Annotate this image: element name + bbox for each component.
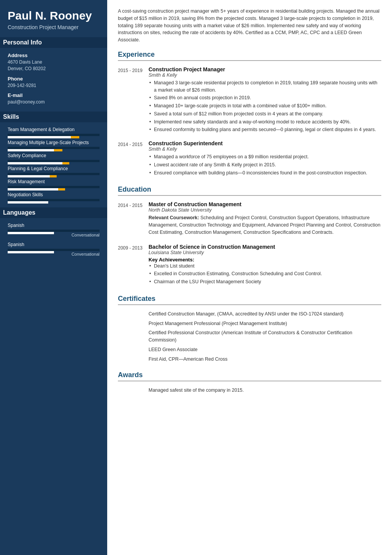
education-degree: Bachelor of Science in Construction Mana… bbox=[149, 244, 381, 250]
sidebar: Paul N. Rooney Construction Project Mana… bbox=[0, 0, 107, 555]
skill-bar-fill bbox=[8, 201, 48, 204]
education-section: Education 2014 - 2015Master of Construct… bbox=[118, 186, 381, 286]
certificate-item: First Aid, CPR—American Red Cross bbox=[149, 356, 381, 363]
language-bar-fill bbox=[8, 251, 54, 253]
language-bar-bg bbox=[8, 230, 100, 232]
skills-section-title: Skills bbox=[0, 112, 107, 122]
experience-row: 2015 - 2019Construction Project ManagerS… bbox=[118, 66, 381, 134]
address-label: Address bbox=[8, 53, 100, 58]
skill-name: Managing Multiple Large-Scale Projects bbox=[8, 140, 100, 145]
skill-bar-bg bbox=[8, 173, 100, 175]
skill-name: Safety Compliance bbox=[8, 153, 100, 158]
experience-section: Experience 2015 - 2019Construction Proje… bbox=[118, 51, 381, 177]
language-bar-fill bbox=[8, 232, 54, 234]
skill-item: Planning & Legal Compliance bbox=[8, 166, 100, 175]
education-bullet: Excelled in Construction Estimating, Con… bbox=[149, 270, 381, 278]
skill-bar-fill bbox=[8, 149, 54, 151]
certificate-item: Certified Professional Constructor (Amer… bbox=[149, 329, 381, 344]
sidebar-name: Paul N. Rooney bbox=[8, 9, 100, 22]
certificate-item: Project Management Professional (Project… bbox=[149, 320, 381, 327]
skill-bar-bg bbox=[8, 186, 100, 188]
experience-bullet: Saved a total sum of $12 million from pr… bbox=[149, 110, 381, 118]
language-item: SpanishConversational bbox=[8, 223, 100, 237]
skill-item: Managing Multiple Large-Scale Projects bbox=[8, 140, 100, 149]
education-detail: Bachelor of Science in Construction Mana… bbox=[149, 244, 381, 286]
skill-bar-bg bbox=[8, 147, 100, 149]
education-coursework: Relevant Coursework: Scheduling and Proj… bbox=[149, 214, 381, 236]
education-detail: Master of Construction ManagementNorth D… bbox=[149, 201, 381, 237]
certificate-item: Certified Construction Manager, (CMAA, a… bbox=[149, 310, 381, 318]
education-bullets: Dean's List studentExcelled in Construct… bbox=[149, 263, 381, 286]
language-name: Spanish bbox=[8, 223, 100, 228]
skill-bar-extra bbox=[71, 136, 79, 138]
education-achievements-label: Key Achievements: bbox=[149, 257, 381, 263]
skill-bar-fill bbox=[8, 188, 58, 190]
skill-bar-extra bbox=[50, 175, 57, 177]
education-bullet: Chairman of the LSU Project Management S… bbox=[149, 278, 381, 286]
experience-bullet: Managed 3 large-scale residential projec… bbox=[149, 79, 381, 94]
personal-info-section-title: Personal Info bbox=[0, 37, 107, 48]
education-school: Louisiana State University bbox=[149, 250, 381, 255]
experience-list: 2015 - 2019Construction Project ManagerS… bbox=[118, 66, 381, 177]
skill-name: Risk Management bbox=[8, 179, 100, 184]
education-coursework-label: Relevant Coursework: bbox=[149, 215, 200, 220]
experience-dates: 2015 - 2019 bbox=[118, 66, 149, 134]
phone-value: 209-142-9281 bbox=[8, 82, 100, 89]
skills-list: Team Management & DelegationManaging Mul… bbox=[8, 127, 100, 201]
education-list: 2014 - 2015Master of Construction Manage… bbox=[118, 201, 381, 286]
phone-label: Phone bbox=[8, 76, 100, 82]
skill-bar-extra bbox=[58, 188, 65, 190]
skill-name: Planning & Legal Compliance bbox=[8, 166, 100, 171]
education-title: Education bbox=[118, 186, 381, 196]
skill-bar-bg bbox=[8, 199, 100, 201]
certificates-title: Certificates bbox=[118, 295, 381, 305]
email-value: paul@rooney.com bbox=[8, 99, 100, 105]
experience-company: Smith & Kelly bbox=[149, 72, 381, 78]
experience-bullets: Managed a workforce of 75 employees on a… bbox=[149, 153, 381, 176]
skill-item: Negotiation Skills bbox=[8, 192, 100, 201]
languages-section-title: Languages bbox=[0, 207, 107, 218]
experience-bullet: Implemented new safety standards and a w… bbox=[149, 118, 381, 126]
education-school: North Dakota State University bbox=[149, 207, 381, 213]
education-row: 2014 - 2015Master of Construction Manage… bbox=[118, 201, 381, 237]
skill-bar-extra bbox=[54, 149, 62, 151]
education-dates: 2009 - 2013 bbox=[118, 244, 149, 286]
skill-bar-bg bbox=[8, 134, 100, 136]
sidebar-job-title: Construction Project Manager bbox=[8, 24, 100, 30]
award-item: Managed safest site of the company in 20… bbox=[149, 387, 381, 394]
experience-dates: 2014 - 2015 bbox=[118, 140, 149, 177]
skill-bar-fill bbox=[8, 175, 50, 177]
experience-bullet: Managed 10+ large-scale projects in tota… bbox=[149, 102, 381, 110]
education-dates: 2014 - 2015 bbox=[118, 201, 149, 237]
experience-detail: Construction SuperintendentSmith & Kelly… bbox=[149, 140, 381, 177]
certificate-item: LEED Green Associate bbox=[149, 346, 381, 353]
skill-bar-extra bbox=[62, 162, 69, 164]
experience-bullets: Managed 3 large-scale residential projec… bbox=[149, 79, 381, 133]
summary-text: A cost-saving construction project manag… bbox=[118, 8, 381, 44]
experience-bullet: Managed a workforce of 75 employees on a… bbox=[149, 153, 381, 161]
education-bullet: Dean's List student bbox=[149, 263, 381, 270]
skill-item: Risk Management bbox=[8, 179, 100, 188]
education-row: 2009 - 2013Bachelor of Science in Constr… bbox=[118, 244, 381, 286]
skill-item: Team Management & Delegation bbox=[8, 127, 100, 136]
experience-bullet: Saved 8% on annual costs projection in 2… bbox=[149, 94, 381, 102]
address-value: 4670 Davis LaneDenver, CO 80202 bbox=[8, 59, 100, 72]
experience-bullet: Ensured compliance with building plans—0… bbox=[149, 169, 381, 177]
language-name: Spanish bbox=[8, 242, 100, 247]
certificates-list: Certified Construction Manager, (CMAA, a… bbox=[149, 310, 381, 363]
languages-list: SpanishConversationalSpanishConversation… bbox=[8, 223, 100, 256]
awards-list: Managed safest site of the company in 20… bbox=[149, 387, 381, 394]
skill-bar-fill bbox=[8, 162, 62, 164]
skill-name: Team Management & Delegation bbox=[8, 127, 100, 132]
main-content: A cost-saving construction project manag… bbox=[107, 0, 392, 555]
experience-detail: Construction Project ManagerSmith & Kell… bbox=[149, 66, 381, 134]
skill-item: Safety Compliance bbox=[8, 153, 100, 162]
experience-job-title: Construction Project Manager bbox=[149, 66, 381, 72]
skill-bar-fill bbox=[8, 136, 71, 138]
experience-title: Experience bbox=[118, 51, 381, 61]
email-label: E-mail bbox=[8, 92, 100, 98]
skill-bar-bg bbox=[8, 160, 100, 162]
awards-section: Awards Managed safest site of the compan… bbox=[118, 371, 381, 394]
education-degree: Master of Construction Management bbox=[149, 201, 381, 207]
skill-name: Negotiation Skills bbox=[8, 192, 100, 197]
